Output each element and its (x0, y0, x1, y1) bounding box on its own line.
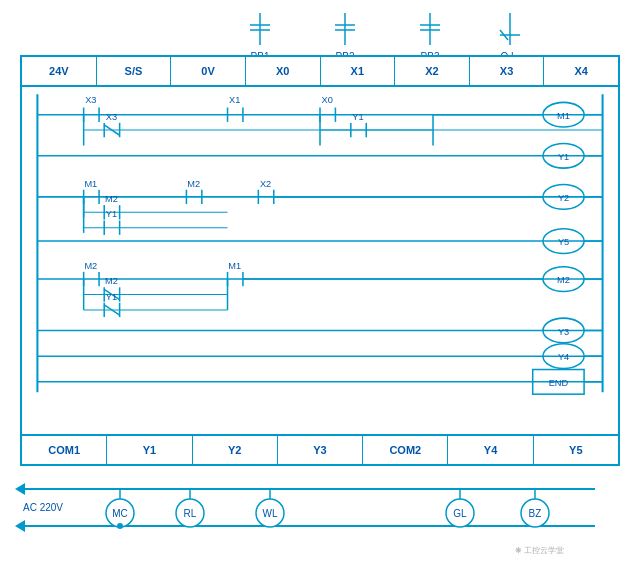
header-x4: X4 (544, 57, 618, 85)
bottom-row: COM1 Y1 Y2 Y3 COM2 Y4 Y5 (22, 434, 618, 464)
svg-text:WL: WL (263, 508, 278, 519)
svg-text:X1: X1 (229, 95, 240, 105)
header-x2: X2 (395, 57, 470, 85)
header-x3: X3 (470, 57, 545, 85)
svg-text:M2: M2 (84, 261, 97, 271)
svg-text:AC 220V: AC 220V (23, 502, 63, 513)
terminal-y2: Y2 (193, 436, 278, 464)
plc-box: 24V S/S 0V X0 X1 X2 X3 X4 X3 (20, 55, 620, 466)
svg-text:Y5: Y5 (558, 237, 569, 247)
svg-text:M2: M2 (187, 179, 200, 189)
svg-text:X2: X2 (260, 179, 271, 189)
svg-text:X3: X3 (85, 95, 96, 105)
bottom-components: AC 220V MC RL WL GL BZ ❋ 工控云学堂 (15, 471, 625, 561)
terminal-com2: COM2 (363, 436, 448, 464)
svg-text:M1: M1 (228, 261, 241, 271)
svg-point-136 (117, 523, 123, 529)
svg-text:M1: M1 (84, 179, 97, 189)
terminal-y3: Y3 (278, 436, 363, 464)
svg-text:Y3: Y3 (558, 327, 569, 337)
svg-text:GL: GL (453, 508, 467, 519)
svg-text:Y1: Y1 (352, 112, 363, 122)
svg-text:X3: X3 (106, 112, 117, 122)
svg-text:M2: M2 (105, 276, 118, 286)
ladder-diagram: X3 X3 X1 X0 Y1 M1 (22, 89, 618, 397)
svg-text:Y1: Y1 (106, 292, 117, 302)
svg-text:M2: M2 (557, 275, 570, 285)
svg-text:Y1: Y1 (558, 152, 569, 162)
header-x1: X1 (321, 57, 396, 85)
svg-text:Y4: Y4 (558, 352, 569, 362)
svg-marker-115 (15, 483, 25, 495)
svg-text:Y2: Y2 (558, 193, 569, 203)
header-ss: S/S (97, 57, 172, 85)
svg-text:❋ 工控云学堂: ❋ 工控云学堂 (515, 546, 564, 555)
terminal-y1: Y1 (107, 436, 192, 464)
svg-text:BZ: BZ (529, 508, 542, 519)
svg-text:MC: MC (112, 508, 128, 519)
header-24v: 24V (22, 57, 97, 85)
header-row: 24V S/S 0V X0 X1 X2 X3 X4 (22, 57, 618, 87)
header-x0: X0 (246, 57, 321, 85)
svg-text:RL: RL (184, 508, 197, 519)
main-container: PB1 PB2 PB3 O.L. 24V S/S 0V X0 X1 X2 X3 … (0, 0, 640, 566)
svg-text:END: END (549, 378, 569, 388)
terminal-y5: Y5 (534, 436, 618, 464)
svg-marker-117 (15, 520, 25, 532)
svg-text:X0: X0 (322, 95, 333, 105)
svg-text:Y1: Y1 (106, 209, 117, 219)
terminal-y4: Y4 (448, 436, 533, 464)
terminal-com1: COM1 (22, 436, 107, 464)
svg-text:M1: M1 (557, 111, 570, 121)
header-0v: 0V (171, 57, 246, 85)
svg-text:M2: M2 (105, 194, 118, 204)
